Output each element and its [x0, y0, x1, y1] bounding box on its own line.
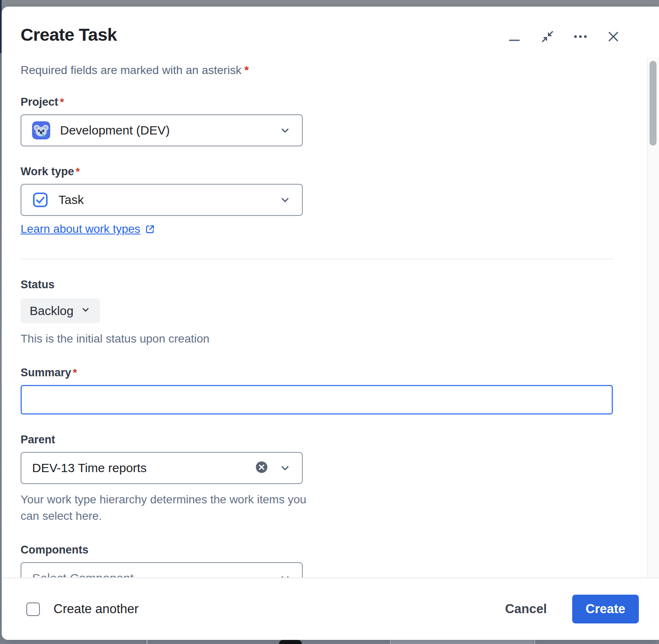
parent-select[interactable]: DEV-13 Time reports	[21, 452, 303, 484]
required-asterisk: *	[76, 165, 80, 178]
background-detail	[392, 640, 533, 644]
modal-body: Required fields are marked with an aster…	[2, 64, 659, 627]
learn-about-work-types-link[interactable]: Learn about work types	[21, 222, 140, 236]
background-page-bottom	[0, 640, 659, 644]
scrollbar-track[interactable]	[647, 58, 659, 577]
summary-label-text: Summary	[21, 366, 71, 379]
create-task-modal: Create Task	[2, 7, 659, 640]
parent-label: Parent	[21, 433, 613, 446]
work-type-label-text: Work type	[21, 165, 74, 178]
modal-footer: Create another Cancel Create	[2, 577, 659, 640]
background-detail	[146, 640, 148, 644]
components-label: Components	[21, 544, 613, 556]
background-avatar-sliver	[279, 640, 302, 644]
chevron-down-icon	[80, 304, 91, 318]
work-type-label: Work type*	[21, 165, 613, 178]
more-options-button[interactable]	[573, 29, 588, 44]
collapse-button[interactable]	[540, 29, 555, 44]
project-label-text: Project	[21, 96, 58, 108]
parent-helper-text: Your work type hierarchy determines the …	[21, 491, 309, 525]
required-note: Required fields are marked with an aster…	[21, 64, 613, 77]
status-dropdown[interactable]: Backlog	[21, 299, 100, 323]
modal-header: Create Task	[2, 7, 659, 45]
status-value: Backlog	[30, 304, 74, 318]
create-another-checkbox[interactable]	[26, 602, 40, 616]
close-icon	[607, 30, 620, 43]
background-detail	[390, 640, 391, 644]
external-link-icon	[144, 224, 155, 235]
create-another-label[interactable]: Create another	[53, 602, 139, 616]
chevron-down-icon	[279, 194, 291, 206]
window-controls	[507, 29, 621, 44]
cancel-button[interactable]: Cancel	[503, 601, 550, 617]
summary-label: Summary*	[21, 366, 613, 379]
required-note-text: Required fields are marked with an aster…	[21, 64, 241, 76]
more-options-icon	[573, 30, 588, 44]
clear-icon	[255, 461, 268, 475]
background-detail	[534, 640, 535, 644]
create-button[interactable]: Create	[572, 595, 639, 623]
required-asterisk: *	[244, 64, 249, 76]
project-label: Project*	[21, 96, 613, 109]
clear-parent-button[interactable]	[255, 461, 268, 475]
minimize-icon	[508, 30, 522, 44]
project-select-value: Development (DEV)	[60, 123, 170, 137]
parent-select-value: DEV-13 Time reports	[32, 461, 146, 475]
chevron-down-icon	[279, 124, 291, 137]
learn-about-work-types[interactable]: Learn about work types	[21, 222, 155, 236]
minimize-button[interactable]	[507, 29, 522, 44]
summary-input[interactable]	[21, 385, 613, 415]
chevron-down-icon	[279, 462, 291, 474]
work-type-select[interactable]: Task	[21, 184, 303, 216]
required-asterisk: *	[60, 96, 64, 108]
close-button[interactable]	[606, 29, 621, 44]
task-checkbox-icon	[32, 192, 49, 208]
project-avatar-icon	[32, 121, 50, 139]
status-label: Status	[21, 278, 613, 291]
status-helper-text: This is the initial status upon creation	[21, 331, 613, 347]
required-asterisk: *	[73, 366, 77, 379]
scrollbar-thumb[interactable]	[650, 61, 657, 146]
section-divider	[21, 259, 613, 259]
work-type-select-value: Task	[58, 193, 84, 207]
project-select[interactable]: Development (DEV)	[21, 114, 303, 146]
collapse-icon	[541, 30, 555, 44]
